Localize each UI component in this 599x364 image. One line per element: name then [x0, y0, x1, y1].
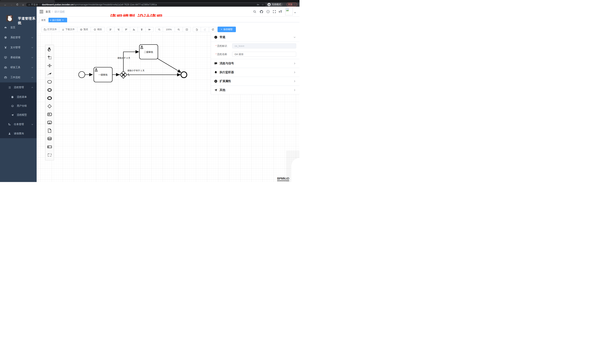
preview-eye-icon [80, 28, 82, 31]
undo-button[interactable] [193, 27, 201, 32]
github-icon[interactable] [260, 10, 263, 14]
save-model-button[interactable]: + 保存模型 [218, 27, 236, 32]
zoom-reset-button[interactable] [183, 27, 191, 32]
person-icon [8, 132, 11, 135]
chip-icon [94, 28, 96, 31]
field-label: *流程名称 [216, 53, 227, 56]
redo-button[interactable] [201, 27, 209, 32]
not-secure-warning-icon: ⚠ [28, 3, 30, 6]
back-icon[interactable]: ← [3, 2, 8, 7]
info-icon: i [214, 36, 217, 39]
chevron-down-icon [31, 123, 33, 126]
process-key-input[interactable] [232, 43, 296, 48]
send-icon [214, 88, 217, 92]
align-top-button[interactable] [122, 27, 130, 32]
tree-icon [8, 123, 11, 126]
align-vcenter-button[interactable] [138, 27, 146, 32]
sidebar-item-workflow[interactable]: 工作流程 [0, 72, 37, 82]
align-hcenter-button[interactable] [146, 27, 154, 32]
url-path: /bpm/manager/model/design?modelId=e4a1a1… [73, 3, 157, 6]
process-name-input[interactable] [232, 52, 296, 57]
panel-section-general[interactable]: i 常规 [211, 33, 300, 42]
sidebar-item-home[interactable]: 首页 [0, 23, 37, 33]
align-left-button[interactable] [107, 27, 115, 32]
app-logo [6, 15, 13, 21]
password-key-icon[interactable] [257, 3, 259, 6]
bpmn-io-logo[interactable]: BPMN.iO [277, 177, 289, 181]
zoom-level[interactable]: 100% [163, 27, 175, 32]
form-doc-icon [11, 96, 14, 99]
chevron-right-icon [293, 80, 296, 82]
properties-panel: i 常规 *流程标识 *流程名称 消息与信号 执行监听器 扩展属性 其他 [211, 33, 300, 94]
align-left-icon [109, 28, 112, 31]
undo-icon [195, 28, 198, 31]
browser-chrome: ← → ⌂ ⚠ 不安全 dashboard.yudao.iocoder.cn/b… [0, 0, 300, 7]
start-event[interactable] [79, 71, 85, 78]
panel-section-extensions[interactable]: 扩展属性 [211, 77, 300, 85]
svg-text:i: i [216, 36, 216, 38]
incognito-icon [267, 3, 271, 6]
chevron-down-icon [31, 57, 33, 59]
avatar-caret-icon[interactable]: ▾ [294, 11, 296, 14]
sidebar-item-payment[interactable]: 支付管理 [0, 42, 37, 52]
reload-icon[interactable] [14, 2, 20, 7]
avatar[interactable] [285, 8, 293, 15]
sequence-flow-3[interactable] [158, 59, 181, 72]
monitor-icon [4, 56, 7, 59]
help-icon[interactable]: ? [266, 10, 270, 13]
svg-text:?: ? [267, 11, 269, 13]
panel-section-other[interactable]: 其他 [211, 85, 300, 94]
breadcrumb-home[interactable]: 首页 [45, 10, 51, 14]
browser-tab[interactable] [0, 0, 55, 2]
simulate-button[interactable]: 模拟 [91, 27, 105, 32]
align-bottom-button[interactable] [130, 27, 138, 32]
align-right-button[interactable] [115, 27, 122, 32]
sidebar-item-infrastructure[interactable]: 基础设施 [0, 52, 37, 62]
end-event[interactable] [181, 72, 187, 78]
chevron-up-icon [31, 76, 33, 78]
download-file-button[interactable]: 下载文件 [59, 27, 77, 32]
workflow-submenu: 流程管理 流程表单 用户分组 流程模型 任务管理 请假查询 [0, 82, 37, 138]
face-icon [11, 105, 14, 107]
sidebar-item-process-form[interactable]: 流程表单 [0, 92, 37, 102]
zoom-out-button[interactable] [155, 27, 163, 32]
url-host: dashboard.yudao.iocoder.cn [42, 3, 73, 6]
security-label[interactable]: 不安全 [31, 3, 38, 6]
chevron-right-icon [293, 71, 296, 74]
browser-menu-icon[interactable]: ⋮ [294, 3, 296, 6]
sidebar-collapse-icon[interactable] [40, 10, 43, 13]
sidebar-item-user-group[interactable]: 用户分组 [0, 101, 37, 110]
align-vcenter-icon [141, 28, 143, 31]
open-file-button[interactable]: 打开文件 [41, 27, 59, 32]
preview-button[interactable]: 预览 [77, 27, 91, 32]
tab-close-icon[interactable]: × [62, 19, 63, 21]
fullscreen-icon[interactable] [273, 10, 276, 13]
sidebar-item-process-model[interactable]: 流程模型 [0, 110, 37, 119]
refresh-icon [212, 28, 214, 31]
tab-home[interactable]: 首页 [39, 18, 48, 23]
plus-icon: + [221, 28, 222, 31]
sidebar-item-leave-query[interactable]: 请假查询 [0, 129, 37, 138]
zoom-in-button[interactable] [175, 27, 183, 32]
broken-image-icon [286, 8, 289, 11]
tab-design-process[interactable]: ● 设计流程 × [48, 18, 67, 23]
list-icon [8, 86, 11, 89]
url-bar[interactable]: ⚠ 不安全 dashboard.yudao.iocoder.cn/bpm/man… [26, 3, 266, 7]
breadcrumb: 设计流程 [54, 10, 65, 14]
browser-update-button[interactable]: 更新 ⋮ [287, 3, 297, 7]
chevron-up-icon [31, 86, 33, 88]
search-icon[interactable] [253, 10, 256, 13]
home-icon[interactable]: ⌂ [20, 2, 26, 7]
panel-section-listeners[interactable]: 执行监听器 [211, 68, 300, 77]
font-size-icon[interactable]: тT [279, 10, 282, 14]
bookmark-star-icon[interactable]: ☆ [262, 3, 264, 6]
sidebar-item-system[interactable]: 系统管理 [0, 33, 37, 42]
sequence-flow-gt3[interactable] [123, 52, 139, 71]
folder-icon [44, 28, 46, 31]
sidebar-item-devtools[interactable]: 研发工具 [0, 62, 37, 72]
sidebar-item-process-mgmt[interactable]: 流程管理 [0, 83, 37, 92]
forward-icon[interactable]: → [9, 2, 14, 7]
restart-button[interactable] [209, 27, 217, 32]
sidebar-item-task-mgmt[interactable]: 任务管理 [0, 120, 37, 129]
panel-section-messages[interactable]: 消息与信号 [211, 59, 300, 68]
